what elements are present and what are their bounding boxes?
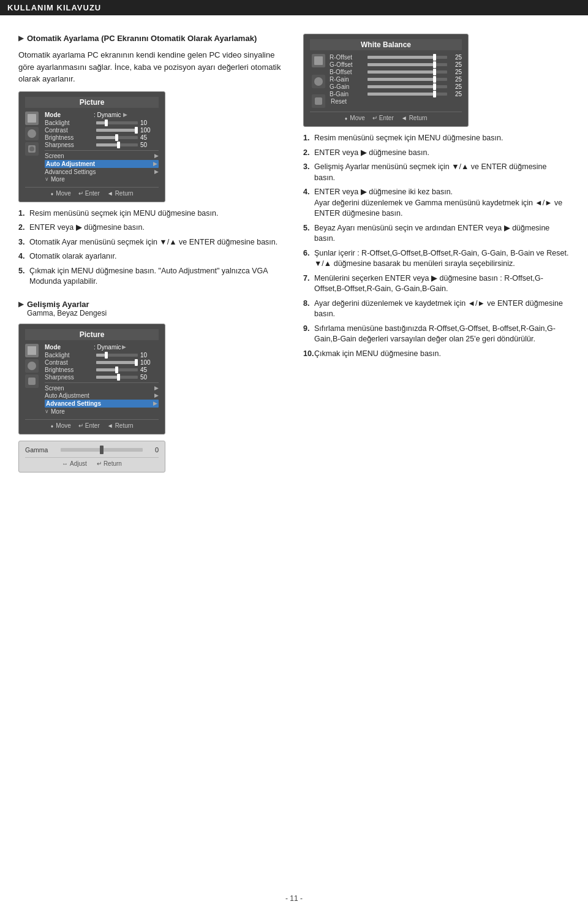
wb-title: White Balance [310,39,462,50]
gamma-footer-adjust: ↔ Adjust [62,460,87,467]
section1-heading: ▶ Otomatik Ayarlama (PC Ekranını Otomati… [18,34,285,43]
osd1-more-label: More [51,176,100,183]
osd1-footer-move: ⬧ Move [50,190,70,197]
osd2-mode-label: Mode [45,344,94,351]
step1-1: 1.Resim menüsünü seçmek için MENU düğmes… [18,208,285,219]
gamma-row: Gamma 0 [25,446,159,454]
osd2-contrast-row: Contrast 100 [45,359,159,366]
wb-rows: R-Offset 25 G-Offset 25 [330,54,462,105]
wb-footer-move: ⬧ Move [344,115,364,121]
page-number: - 11 - [285,894,303,903]
section1-title: Otomatik Ayarlama (PC Ekranını Otomatik … [27,34,257,43]
gamma-footer-return: ↵ Return [97,460,122,467]
gamma-adjust-arrows-icon: ↔ [62,460,68,467]
page-footer: - 11 - [0,894,588,903]
section1-text: Otomatik ayarlama PC ekranının kendi ken… [18,49,285,85]
wb-move-arrow-icon: ⬧ [344,115,348,121]
left-column: ▶ Otomatik Ayarlama (PC Ekranını Otomati… [18,34,285,477]
osd1-sharpness-bar [96,143,138,146]
osd2-footer-enter: ↵ Enter [78,422,100,429]
wb-return-icon: ◄ [401,115,407,121]
osd2-screen-row: Screen ▶ [45,385,159,392]
osd2-footer-move: ⬧ Move [50,422,70,429]
section1-triangle-icon: ▶ [18,34,23,42]
step-r4: 4. ENTER veya ▶ düğmesine iki kez basın.… [303,187,570,219]
osd-picture-box-2: Picture [18,324,165,435]
gamma-label: Gamma [25,446,56,454]
wb-ggain-row: G-Gain 25 [330,83,462,90]
section2-subtitle: Gamma, Beyaz Dengesi [27,309,107,317]
step1-4: 4.Otomatik olarak ayarlanır. [18,251,285,262]
gamma-box: Gamma 0 ↔ Adjust ↵ Return [18,441,165,473]
gamma-return-icon: ↵ [97,460,102,467]
osd2-move-arrow-icon: ⬧ [50,422,54,429]
step1-2: 2.ENTER veya ▶ düğmesine basın. [18,222,285,233]
osd1-brightness-row: Brightness 45 [45,134,159,141]
section2: ▶ Gelişmiş Ayarlar Gamma, Beyaz Dengesi … [18,300,285,473]
osd1-brightness-bar [96,136,138,139]
wb-bgain-row: B-Gain 25 [330,91,462,97]
wb-enter-icon: ↵ [372,115,377,121]
right-column: White Balance R- [303,34,570,477]
gamma-thumb [100,446,104,454]
steps-list-1: 1.Resim menüsünü seçmek için MENU düğmes… [18,208,285,287]
osd2-footer: ⬧ Move ↵ Enter ◄ Return [25,419,159,429]
osd2-mode-value: : Dynamic [94,344,121,351]
osd1-auto-label: Auto Adjustment [46,161,95,167]
osd1-advanced-label: Advanced Settings [45,169,96,175]
osd2-auto-row: Auto Adjustment ▶ [45,392,159,399]
wb-boffset-row: B-Offset 25 [330,69,462,75]
osd2-brightness-row: Brightness 45 [45,366,159,373]
osd2-mode-row: Mode : Dynamic ▶ [45,344,159,351]
osd1-sharpness-value: 50 [140,142,159,148]
section2-triangle-icon: ▶ [18,300,23,308]
header-title: KULLANIM KILAVUZU [7,3,101,12]
osd1-sharpness-label: Sharpness [45,142,94,148]
osd1-more-row: ∨ More [45,176,159,183]
step-r1: 1.Resim menüsünü seçmek için MENU düğmes… [303,133,570,144]
wb-goffset-row: G-Offset 25 [330,61,462,68]
wb-icon-col [310,54,327,108]
osd1-footer: ⬧ Move ↵ Enter ◄ Return [25,187,159,197]
gamma-bar [61,448,143,452]
osd-picture-box-1: Picture Mo [18,91,165,202]
step1-5: 5.Çıkmak için MENU düğmesine basın. "Aut… [18,266,285,287]
step-r10: 10.Çıkmak için MENU düğmesine basın. [303,349,570,360]
step-r8: 8.Ayar değerini düzenlemek ve kaydetmek … [303,298,570,320]
osd1-title: Picture [25,97,159,108]
osd2-sharpness-row: Sharpness 50 [45,374,159,381]
osd1-return-icon: ◄ [107,190,113,197]
osd2-title: Picture [25,329,159,340]
wb-footer-return: ◄ Return [401,115,428,121]
wb-footer-enter: ↵ Enter [372,115,394,121]
osd1-backlight-row: Backlight 10 [45,120,159,126]
osd2-more-row: ∨ More [45,408,159,415]
osd2-return-icon: ◄ [107,422,113,429]
wb-reset-row: Reset [331,98,462,105]
step-r6: 6.Şunlar içerir : R-Offset,G-Offset,B-Of… [303,248,570,270]
step1-3: 3.Otomatik Ayar menüsünü seçmek için ▼/▲… [18,237,285,248]
osd2-icon-picture [25,344,39,357]
section2-title: Gelişmiş Ayarlar [27,300,107,309]
osd1-backlight-label: Backlight [45,120,94,126]
osd1-backlight-value: 10 [140,120,159,126]
wb-icon-picture [312,54,325,67]
osd1-mode-arrow-icon: ▶ [123,112,127,118]
osd1-auto-row: Auto Adjustment ▶ [45,160,159,168]
osd1-contrast-row: Contrast 100 [45,127,159,134]
step-r7: 7.Menülerini seçerken ENTER veya ▶ düğme… [303,273,570,295]
osd1-contrast-bar [96,129,138,132]
osd1-brightness-value: 45 [140,134,159,141]
wb-rgain-row: R-Gain 25 [330,76,462,83]
osd1-mode-row: Mode : Dynamic ▶ [45,112,159,118]
wb-osd-box: White Balance R- [303,34,469,127]
osd1-mode-label: Mode [45,112,94,118]
osd1-mode-value: : Dynamic [94,112,121,118]
osd1-screen-row: Screen ▶ [45,153,159,159]
step-r2: 2.ENTER veya ▶ düğmesine basın. [303,148,570,159]
osd1-advanced-row: Advanced Settings ▶ [45,169,159,175]
osd1-enter-icon: ↵ [78,190,83,197]
step-r3: 3.Gelişmiş Ayarlar menüsünü seçmek için … [303,162,570,183]
osd1-brightness-label: Brightness [45,134,94,141]
osd1-backlight-bar [96,121,138,124]
